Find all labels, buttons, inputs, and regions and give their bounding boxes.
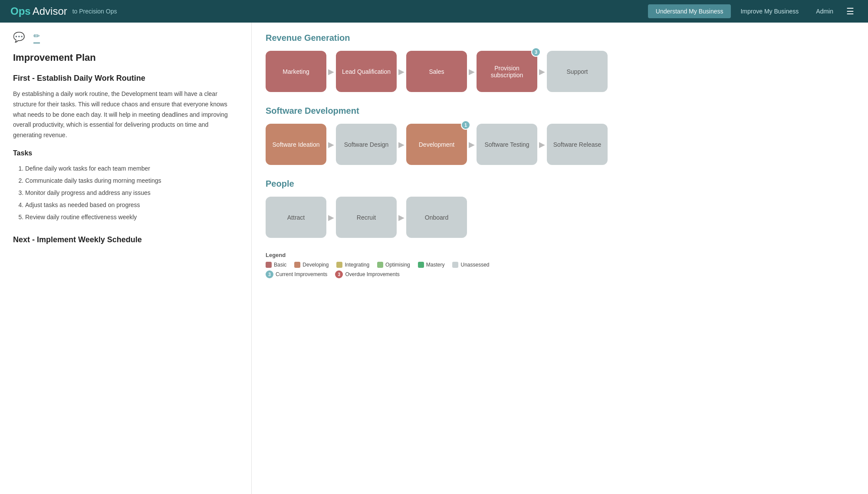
legend-current-label: Current Improvements (276, 271, 327, 277)
legend-overdue-improvements: 3 Overdue Improvements (335, 270, 399, 278)
improvement-plan-title: Improvement Plan (13, 52, 238, 63)
brand-ops: Ops (10, 5, 31, 17)
software-title: Software Development (266, 106, 854, 116)
revenue-card-marketing[interactable]: Marketing (266, 51, 326, 92)
software-card-ideation[interactable]: Software Ideation (266, 124, 326, 165)
revenue-card-support[interactable]: Support (547, 51, 608, 92)
revenue-card-wrapper-0: Marketing (266, 51, 326, 92)
people-card-recruit-label: Recruit (357, 214, 376, 221)
revenue-card-wrapper-4: Support (547, 51, 608, 92)
section1-text: By establishing a daily work routine, th… (13, 89, 238, 141)
revenue-card-wrapper-1: Lead Qualification (336, 51, 397, 92)
software-card-release-label: Software Release (553, 141, 602, 148)
people-card-wrapper-0: Attract (266, 197, 326, 238)
section2-heading: Next - Implement Weekly Schedule (13, 235, 238, 244)
legend-current-num: 3 (266, 270, 273, 278)
revenue-pipeline-row: Marketing ▶ Lead Qualification ▶ Sales ▶ (266, 51, 854, 92)
task-item: Communicate daily tasks during morning m… (25, 175, 238, 187)
legend-developing-dot (294, 262, 300, 268)
software-card-ideation-label: Software Ideation (273, 141, 320, 148)
legend-unassessed: Unassessed (452, 262, 489, 268)
revenue-section: Revenue Generation Marketing ▶ Lead Qual… (266, 33, 854, 92)
arrow-icon: ▶ (539, 67, 545, 76)
software-card-wrapper-0: Software Ideation (266, 124, 326, 165)
task-item: Adjust tasks as needed based on progress (25, 199, 238, 211)
revenue-card-wrapper-3: 3 Provision subscription (477, 51, 537, 92)
revenue-card-leadqualification[interactable]: Lead Qualification (336, 51, 397, 92)
legend-basic: Basic (266, 262, 286, 268)
arrow-icon: ▶ (328, 67, 334, 76)
arrow-icon: ▶ (328, 140, 334, 149)
people-pipeline-row: Attract ▶ Recruit ▶ Onboard (266, 197, 854, 238)
software-pipeline-row: Software Ideation ▶ Software Design ▶ 1 … (266, 124, 854, 165)
software-card-development-label: Development (419, 141, 455, 148)
people-card-onboard-label: Onboard (425, 214, 448, 221)
arrow-icon: ▶ (469, 140, 475, 149)
software-card-development[interactable]: 1 Development (406, 124, 467, 165)
arrow-icon: ▶ (328, 213, 334, 222)
legend-mastery: Mastery (418, 262, 445, 268)
legend-developing-label: Developing (302, 262, 329, 268)
legend-optimising-dot (377, 262, 383, 268)
software-card-wrapper-1: Software Design (336, 124, 397, 165)
legend-optimising: Optimising (377, 262, 410, 268)
development-badge: 1 (461, 120, 470, 130)
tasks-list: Define daily work tasks for each team me… (13, 162, 238, 223)
task-item: Review daily routine effectiveness weekl… (25, 211, 238, 223)
software-section: Software Development Software Ideation ▶… (266, 106, 854, 165)
chat-tab-icon[interactable]: 💬 (13, 32, 25, 43)
arrow-icon: ▶ (398, 67, 404, 76)
revenue-card-provision-label: Provision subscription (481, 65, 533, 79)
software-card-design-label: Software Design (344, 141, 389, 148)
people-title: People (266, 179, 854, 189)
section1-heading: First - Establish Daily Work Routine (13, 74, 238, 83)
revenue-card-support-label: Support (566, 68, 588, 75)
nav-improve[interactable]: Improve My Business (733, 4, 806, 18)
legend-section: Legend Basic Developing Integrating Opti… (266, 252, 854, 278)
edit-tab-icon[interactable]: ✏ (33, 31, 40, 43)
task-item: Define daily work tasks for each team me… (25, 162, 238, 175)
legend-integrating-label: Integrating (345, 262, 369, 268)
arrow-icon: ▶ (539, 140, 545, 149)
brand-tagline: to Precision Ops (72, 8, 117, 15)
people-card-onboard[interactable]: Onboard (406, 197, 467, 238)
people-card-wrapper-1: Recruit (336, 197, 397, 238)
nav-understand[interactable]: Understand My Business (648, 4, 731, 18)
nav-items: Understand My Business Improve My Busine… (648, 4, 858, 18)
provision-badge: 3 (531, 47, 541, 57)
hamburger-button[interactable]: ☰ (843, 4, 858, 18)
software-card-testing[interactable]: Software Testing (477, 124, 537, 165)
people-card-attract[interactable]: Attract (266, 197, 326, 238)
revenue-title: Revenue Generation (266, 33, 854, 43)
revenue-card-provision[interactable]: 3 Provision subscription (477, 51, 537, 92)
revenue-card-leadqualification-label: Lead Qualification (342, 68, 391, 75)
legend-basic-dot (266, 262, 272, 268)
software-card-wrapper-3: Software Testing (477, 124, 537, 165)
software-card-wrapper-2: 1 Development (406, 124, 467, 165)
legend-integrating-dot (336, 262, 342, 268)
nav-admin[interactable]: Admin (808, 4, 841, 18)
people-section: People Attract ▶ Recruit ▶ Onboard (266, 179, 854, 238)
legend-unassessed-dot (452, 262, 458, 268)
people-card-recruit[interactable]: Recruit (336, 197, 397, 238)
software-card-release[interactable]: Software Release (547, 124, 608, 165)
revenue-card-marketing-label: Marketing (283, 68, 309, 75)
brand-advisor: Advisor (33, 5, 67, 17)
left-panel-tabs: 💬 ✏ (13, 31, 238, 43)
legend-colors-row: Basic Developing Integrating Optimising … (266, 262, 854, 268)
legend-basic-label: Basic (274, 262, 286, 268)
brand: Ops Advisor to Precision Ops (10, 5, 117, 17)
navbar: Ops Advisor to Precision Ops Understand … (0, 0, 868, 23)
legend-current-improvements: 3 Current Improvements (266, 270, 327, 278)
main-layout: 💬 ✏ Improvement Plan First - Establish D… (0, 23, 868, 494)
legend-badges-row: 3 Current Improvements 3 Overdue Improve… (266, 270, 854, 278)
revenue-card-wrapper-2: Sales (406, 51, 467, 92)
task-item: Monitor daily progress and address any i… (25, 187, 238, 199)
revenue-card-sales[interactable]: Sales (406, 51, 467, 92)
revenue-card-sales-label: Sales (429, 68, 444, 75)
legend-mastery-label: Mastery (426, 262, 445, 268)
arrow-icon: ▶ (398, 213, 404, 222)
software-card-design[interactable]: Software Design (336, 124, 397, 165)
software-card-wrapper-4: Software Release (547, 124, 608, 165)
arrow-icon: ▶ (469, 67, 475, 76)
